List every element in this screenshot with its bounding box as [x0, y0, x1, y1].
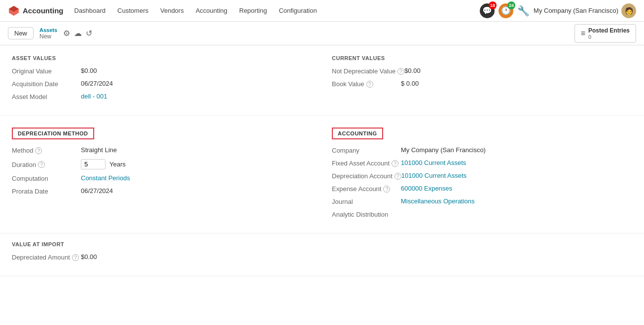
book-value-value: $ 0.00: [401, 80, 419, 87]
method-help[interactable]: ?: [35, 147, 42, 154]
chat-notifications[interactable]: 💬 18: [480, 3, 495, 18]
original-value-label: Original Value: [12, 67, 81, 75]
posted-entries-label: Posted Entries: [588, 27, 630, 34]
acquisition-date-row: Acquisition Date 06/27/2024: [12, 80, 312, 88]
accounting-header: ACCOUNTING: [332, 128, 383, 139]
expense-account-row: Expense Account ? 600000 Expenses: [332, 185, 632, 193]
activity-notifications[interactable]: 🕐 24: [499, 3, 513, 18]
list-icon: ≡: [581, 29, 585, 38]
original-value-value: $0.00: [81, 67, 97, 74]
app-name: Accounting: [23, 6, 64, 15]
new-button[interactable]: New: [8, 27, 34, 39]
asset-values-col: ASSET VALUES Original Value $0.00 Acquis…: [12, 55, 312, 105]
depreciation-account-row: Depreciation Account ? 101000 Current As…: [332, 172, 632, 180]
fixed-asset-account-label: Fixed Asset Account ?: [332, 159, 401, 167]
book-value-row: Book Value ? $ 0.00: [332, 80, 632, 88]
duration-row: Duration ? Years: [12, 159, 312, 169]
chat-badge: 18: [489, 1, 497, 9]
asset-model-row: Asset Model dell - 001: [12, 93, 312, 100]
value-at-import-section: VALUE AT IMPORT Depreciated Amount ? $0.…: [0, 233, 644, 276]
company-selector[interactable]: My Company (San Francisco) 🧑: [534, 3, 636, 18]
toolbar-icons: ⚙ ☁ ↺: [63, 29, 92, 38]
nav-reporting[interactable]: Reporting: [234, 5, 272, 16]
duration-unit: Years: [109, 161, 126, 168]
app-logo[interactable]: Accounting: [8, 5, 64, 17]
fixed-asset-account-help[interactable]: ?: [392, 160, 398, 167]
duration-label: Duration ?: [12, 161, 81, 168]
prorata-date-label: Prorata Date: [12, 187, 81, 195]
nav-vendors[interactable]: Vendors: [155, 5, 189, 16]
posted-entries-count: 0: [588, 34, 591, 40]
depreciated-amount-help[interactable]: ?: [72, 254, 79, 261]
value-at-import-title: VALUE AT IMPORT: [12, 241, 632, 247]
not-depreciable-label: Not Depreciable Value ?: [332, 67, 404, 75]
fixed-asset-account-value[interactable]: 101000 Current Assets: [401, 159, 466, 166]
depreciation-account-help[interactable]: ?: [394, 173, 401, 180]
company-label: Company: [332, 146, 401, 154]
duration-input[interactable]: [81, 159, 106, 169]
nav-customers[interactable]: Customers: [112, 5, 153, 16]
acquisition-date-label: Acquisition Date: [12, 80, 81, 88]
expense-account-value[interactable]: 600000 Expenses: [401, 185, 452, 192]
posted-entries-button[interactable]: ≡ Posted Entries 0: [574, 24, 636, 43]
prorata-date-row: Prorata Date 06/27/2024: [12, 187, 312, 195]
depreciation-account-value[interactable]: 101000 Current Assets: [401, 172, 466, 179]
expense-account-help[interactable]: ?: [383, 186, 390, 193]
depreciated-amount-value: $0.00: [81, 253, 97, 260]
asset-model-value[interactable]: dell - 001: [81, 93, 107, 100]
depreciation-col: DEPRECIATION METHOD Method ? Straight Li…: [12, 124, 312, 223]
expense-account-label: Expense Account ?: [332, 185, 401, 193]
book-value-label: Book Value ?: [332, 80, 401, 88]
not-depreciable-value: $0.00: [404, 67, 421, 74]
nav-dashboard[interactable]: Dashboard: [70, 5, 111, 16]
nav-configuration[interactable]: Configuration: [274, 5, 322, 16]
undo-icon[interactable]: ↺: [86, 29, 92, 38]
method-row: Method ? Straight Line: [12, 146, 312, 154]
depreciated-amount-label: Depreciated Amount ?: [12, 253, 81, 261]
original-value-row: Original Value $0.00: [12, 67, 312, 75]
cloud-save-icon[interactable]: ☁: [74, 29, 82, 38]
wrench-icon: 🔧: [517, 5, 530, 16]
company-name: My Company (San Francisco): [534, 7, 618, 14]
company-value: My Company (San Francisco): [401, 146, 486, 154]
gear-icon[interactable]: ⚙: [63, 29, 70, 38]
depreciation-accounting-section: DEPRECIATION METHOD Method ? Straight Li…: [0, 116, 644, 233]
depreciated-amount-row: Depreciated Amount ? $0.00: [12, 253, 632, 261]
journal-row: Journal Miscellaneous Operations: [332, 197, 632, 205]
main-content: ASSET VALUES Original Value $0.00 Acquis…: [0, 45, 644, 325]
company-row: Company My Company (San Francisco): [332, 146, 632, 154]
app-logo-icon: [8, 5, 20, 17]
user-avatar: 🧑: [621, 3, 636, 18]
activity-badge: 24: [507, 1, 515, 9]
fixed-asset-account-row: Fixed Asset Account ? 101000 Current Ass…: [332, 159, 632, 167]
current-values-title: CURRENT VALUES: [332, 55, 632, 61]
current-values-col: CURRENT VALUES Not Depreciable Value ? $…: [332, 55, 632, 105]
breadcrumb-assets[interactable]: Assets: [39, 27, 57, 33]
nav-accounting[interactable]: Accounting: [191, 5, 232, 16]
asset-model-label: Asset Model: [12, 93, 81, 100]
depreciation-account-label: Depreciation Account ?: [332, 172, 401, 180]
analytic-distribution-label: Analytic Distribution: [332, 210, 401, 218]
wrench-button[interactable]: 🔧: [517, 5, 530, 17]
not-depreciable-help[interactable]: ?: [397, 68, 404, 75]
acquisition-date-value: 06/27/2024: [81, 80, 113, 87]
toolbar: New Assets New ⚙ ☁ ↺ ≡ Posted Entries 0: [0, 22, 644, 45]
prorata-date-value: 06/27/2024: [81, 187, 113, 195]
journal-label: Journal: [332, 197, 401, 205]
breadcrumb: Assets New: [39, 27, 57, 40]
top-section: ASSET VALUES Original Value $0.00 Acquis…: [0, 45, 644, 116]
computation-row: Computation Constant Periods: [12, 174, 312, 182]
computation-value[interactable]: Constant Periods: [81, 174, 130, 182]
duration-help[interactable]: ?: [38, 161, 45, 168]
posted-entries-text: Posted Entries 0: [588, 27, 630, 40]
not-depreciable-row: Not Depreciable Value ? $0.00: [332, 67, 632, 75]
top-nav: Accounting Dashboard Customers Vendors A…: [0, 0, 644, 22]
method-label: Method ?: [12, 146, 81, 154]
book-value-help[interactable]: ?: [366, 81, 373, 88]
breadcrumb-new: New: [39, 33, 57, 40]
journal-value[interactable]: Miscellaneous Operations: [401, 197, 475, 205]
asset-values-title: ASSET VALUES: [12, 55, 312, 61]
analytic-distribution-row: Analytic Distribution: [332, 210, 632, 218]
computation-label: Computation: [12, 174, 81, 182]
accounting-col: ACCOUNTING Company My Company (San Franc…: [332, 124, 632, 223]
